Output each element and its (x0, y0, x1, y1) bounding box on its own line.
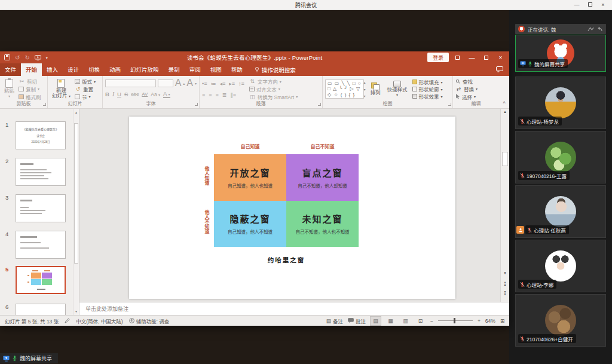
zoom-level[interactable]: 64% (485, 318, 495, 324)
scroll-down-icon[interactable]: ▼ (501, 271, 509, 275)
format-painter-button[interactable]: 格式刷 (19, 93, 41, 100)
numbering-icon[interactable]: ≔ (210, 81, 216, 87)
slide-thumbnail-6[interactable] (16, 304, 66, 315)
zoom-in-icon[interactable]: + (478, 318, 481, 324)
grow-font-button[interactable]: A▴ (175, 78, 185, 88)
bold-button[interactable]: B (105, 91, 109, 97)
close-icon[interactable]: × (596, 0, 610, 10)
slide-thumbnail-3[interactable] (16, 194, 66, 222)
slideshow-view-icon[interactable]: ⊡ (415, 317, 426, 325)
layout-button[interactable]: 版式 ▾ (75, 78, 96, 85)
participant-tile-screen-share[interactable]: 魏的屏幕共享 (515, 35, 606, 72)
thumb-scroll-down-icon[interactable]: ▼ (74, 310, 79, 313)
italic-button[interactable]: I (112, 91, 114, 97)
clipboard-dialog-launcher-icon[interactable] (43, 103, 46, 106)
participant-tile-host[interactable]: 心理站-任秋燕 (515, 185, 606, 238)
main-scrollbar-thumb[interactable] (502, 152, 508, 166)
slide-sorter-view-icon[interactable]: ▦ (385, 317, 396, 325)
shapes-more-icon[interactable]: ▾ (364, 94, 366, 98)
next-slide-icon[interactable]: ▼▼ (501, 290, 509, 295)
slide-canvas[interactable]: 自己知道 自己不知道 他人知道 他人不知道 开放之窗 自己知道，他人也知道 (129, 117, 455, 299)
qat-dropdown-icon[interactable]: ▾ (46, 56, 48, 60)
character-spacing-button[interactable]: AV (142, 91, 148, 97)
tab-help[interactable]: 帮助 (227, 63, 247, 76)
find-button[interactable]: 查找 (455, 78, 478, 85)
undo-icon[interactable]: ↺ (15, 54, 20, 61)
align-center-icon[interactable]: ≡ (209, 92, 212, 98)
pen-icon[interactable] (65, 318, 70, 323)
ppt-close-icon[interactable]: × (495, 52, 506, 63)
collapse-ribbon-icon[interactable]: ^ (499, 76, 509, 108)
arrange-button[interactable]: 排列 (369, 81, 382, 97)
reading-view-icon[interactable]: ▥ (400, 317, 411, 325)
shapes-gallery[interactable]: ▭ ▭ ╲ ╲ □ ○ □ △ ╰ ╯ ▷ ▽ ◇ ☆ ( ) { } (325, 79, 364, 99)
tell-me-search[interactable]: 操作说明搜索 (255, 66, 296, 74)
line-spacing-icon[interactable]: ↕≡ (238, 81, 244, 87)
tab-view[interactable]: 视图 (206, 63, 227, 76)
ppt-restore-icon[interactable] (481, 52, 492, 63)
main-scrollbar[interactable]: ▲ ▼ ▲▲ ▼▼ (500, 109, 509, 302)
shape-outline-button[interactable]: 形状轮廓 ▾ (412, 85, 443, 93)
reset-button[interactable]: ↺重置 (75, 85, 96, 93)
shape-effects-button[interactable]: 形状效果 ▾ (412, 93, 443, 100)
participant-tile[interactable]: 2107040626+白健开 (515, 294, 606, 347)
maximize-icon[interactable] (583, 0, 596, 10)
accessibility-status[interactable]: 辅助功能: 调查 (129, 317, 170, 325)
shapes-scroll-down-icon[interactable]: ▾ (364, 87, 366, 91)
zoom-slider[interactable] (438, 320, 473, 321)
font-size-combobox[interactable] (158, 79, 173, 87)
new-slide-button[interactable]: 新建幻灯片 ▾ (50, 78, 72, 100)
save-icon[interactable] (4, 54, 10, 60)
bullets-icon[interactable]: •≡ (202, 81, 207, 87)
paste-button[interactable]: 粘贴 ▾ (2, 78, 16, 100)
justify-icon[interactable]: ≣ (222, 92, 227, 98)
quick-styles-button[interactable]: 快速样式 ▾ (385, 79, 409, 99)
participant-tile[interactable]: 心理站-李娜 (515, 240, 606, 292)
slide-thumbnail-2[interactable] (16, 158, 66, 186)
slide-thumbnail-1[interactable]: 《蛤蟆先生去看心理医生》 读书会 2020年4月28日 (16, 121, 66, 149)
ribbon-display-options-icon[interactable] (452, 52, 463, 63)
comments-toggle[interactable]: 批注 (348, 317, 366, 325)
convert-smartart-button[interactable]: ◫转换为 SmartArt ▾ (249, 93, 298, 100)
participant-tile[interactable]: 心理站-杨梦龙 (515, 77, 606, 129)
align-left-icon[interactable]: ≡ (202, 92, 205, 98)
scroll-up-icon[interactable]: ▲ (501, 110, 509, 114)
change-case-button[interactable]: Aa ▾ (151, 91, 160, 97)
tab-review[interactable]: 审阅 (185, 63, 206, 76)
align-right-icon[interactable]: ≡ (216, 92, 219, 98)
drawing-dialog-launcher-icon[interactable] (448, 103, 451, 106)
decrease-indent-icon[interactable]: ◂≡ (219, 81, 225, 87)
comments-bubble-icon[interactable] (496, 66, 509, 73)
paragraph-dialog-launcher-icon[interactable] (318, 103, 321, 106)
notes-pane[interactable]: 单击此处添加备注 (79, 302, 509, 315)
zoom-slider-thumb[interactable] (454, 318, 455, 323)
tab-home[interactable]: 开始 (21, 63, 42, 76)
tab-file[interactable]: 文件 (0, 63, 21, 76)
tab-design[interactable]: 设计 (63, 63, 84, 76)
language-status[interactable]: 中文(简体, 中国大陆) (76, 317, 123, 325)
fit-slide-icon[interactable]: ⊞ (500, 318, 504, 324)
tab-record[interactable]: 录制 (164, 63, 185, 76)
previous-slide-icon[interactable]: ▲▲ (501, 281, 509, 286)
font-dialog-launcher-icon[interactable] (195, 103, 198, 106)
shape-fill-button[interactable]: 形状填充 ▾ (412, 78, 443, 85)
thumbnail-scrollbar-thumb[interactable] (74, 123, 78, 264)
ppt-minimize-icon[interactable]: — (466, 52, 478, 63)
tab-transitions[interactable]: 切换 (84, 63, 105, 76)
slide-thumbnail-5-selected[interactable] (16, 266, 66, 294)
font-color-button[interactable]: A ▾ (163, 90, 170, 98)
login-button[interactable]: 登录 (427, 53, 449, 62)
align-text-button[interactable]: 对齐文本 ▾ (249, 85, 298, 93)
shrink-font-button[interactable]: A▾ (186, 78, 197, 88)
cut-button[interactable]: ✂剪切 (19, 78, 41, 85)
thumbnail-scrollbar[interactable]: ▲ ▼ (73, 109, 79, 315)
minimize-icon[interactable]: — (570, 0, 583, 10)
tab-slideshow[interactable]: 幻灯片放映 (126, 63, 164, 76)
columns-icon[interactable]: ∥≡ (230, 92, 236, 98)
increase-indent-icon[interactable]: ▸≡ (229, 81, 235, 87)
notes-toggle[interactable]: ▤备注 (326, 317, 343, 325)
normal-view-icon[interactable]: ▤ (371, 317, 381, 325)
redo-icon[interactable]: ↻ (25, 54, 29, 61)
clear-strike-button[interactable]: abc (131, 91, 139, 97)
thumb-scroll-up-icon[interactable]: ▲ (74, 111, 79, 114)
